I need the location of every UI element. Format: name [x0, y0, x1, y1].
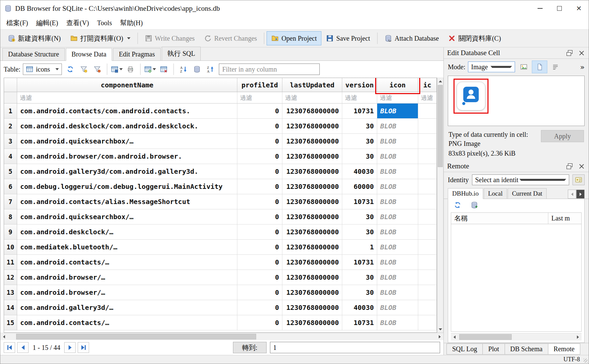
cell-version[interactable]: 30 [342, 270, 377, 285]
cell-componentName[interactable]: com.android.contacts/com.android.contact… [17, 104, 237, 119]
cell-componentName[interactable]: com.android.browser/com.android.browser. [17, 149, 237, 164]
table-row[interactable]: 9com.android.deskclock/…0123076800000030… [4, 225, 437, 240]
maximize-button[interactable] [550, 0, 569, 16]
filter-options-button[interactable] [91, 63, 103, 75]
cell-lastUpdated[interactable]: 1230768000000 [282, 255, 342, 270]
remote-column-last-modified[interactable]: Last m [548, 213, 581, 224]
table-row[interactable]: 1com.android.contacts/com.android.contac… [4, 104, 437, 119]
table-row[interactable]: 6com.debug.loggerui/com.debug.loggerui.M… [4, 179, 437, 194]
cell-componentName[interactable]: com.debug.loggerui/com.debug.loggerui.Ma… [17, 179, 237, 194]
cell-componentName[interactable]: com.android.quicksearchbox/… [17, 134, 237, 149]
cell-icon[interactable]: BLOB [377, 119, 418, 134]
remote-horizontal-scrollbar[interactable] [451, 333, 582, 340]
cell-lastUpdated[interactable]: 1230768000000 [282, 225, 342, 240]
identity-select[interactable]: Select an identity to conne [472, 174, 569, 185]
cell-profileId[interactable]: 0 [237, 240, 282, 255]
tab-database-structure[interactable]: Database Structure [2, 48, 65, 60]
cell-version[interactable]: 60000 [342, 179, 377, 194]
cell-partial[interactable] [418, 149, 437, 164]
cell-icon[interactable]: BLOB [377, 179, 418, 194]
dock-tab-db-schema[interactable]: DB Schema [505, 343, 548, 355]
cell-componentName[interactable]: com.android.gallery3d/… [17, 300, 237, 315]
menu-tools[interactable]: Tools [93, 18, 116, 28]
cell-profileId[interactable]: 0 [237, 209, 282, 225]
row-number[interactable]: 14 [4, 300, 17, 315]
row-number[interactable]: 15 [4, 315, 17, 330]
cell-partial[interactable] [418, 270, 437, 285]
revert-changes-button[interactable]: Revert Changes [199, 31, 262, 45]
cell-icon[interactable]: BLOB [377, 285, 418, 300]
resize-grip[interactable] [584, 359, 588, 363]
table-row[interactable]: 10com.mediatek.bluetooth/…01230768000000… [4, 240, 437, 255]
new-record-button[interactable] [144, 63, 156, 75]
row-number[interactable]: 10 [4, 240, 17, 255]
table-row[interactable]: 14com.android.gallery3d/…012307680000004… [4, 300, 437, 315]
remote-tab-current-database[interactable]: Current Dat [508, 188, 547, 199]
cell-version[interactable]: 30 [342, 119, 377, 134]
cell-icon[interactable]: BLOB [377, 240, 418, 255]
table-row[interactable]: 7com.android.contacts/alias.MessageShort… [4, 194, 437, 209]
tab-edit-pragmas[interactable]: Edit Pragmas [113, 48, 160, 60]
table-row[interactable]: 5com.android.gallery3d/com.android.galle… [4, 164, 437, 179]
cell-lastUpdated[interactable]: 1230768000000 [282, 194, 342, 209]
refresh-table-button[interactable] [64, 63, 76, 75]
table-row[interactable]: 3com.android.quicksearchbox/…01230768000… [4, 134, 437, 149]
cell-partial[interactable] [418, 225, 437, 240]
print-button[interactable] [124, 63, 136, 75]
cell-lastUpdated[interactable]: 1230768000000 [282, 240, 342, 255]
cell-version[interactable]: 30 [342, 225, 377, 240]
column-header-componentName[interactable]: componentName [17, 78, 237, 92]
column-filter-profileId[interactable]: 過濾 [237, 92, 282, 104]
mode-select[interactable]: Image [468, 62, 515, 72]
column-header-partial[interactable]: ic [418, 78, 437, 92]
horizontal-scroll-thumb[interactable] [16, 334, 256, 339]
cell-version[interactable]: 10731 [342, 315, 377, 330]
row-number[interactable]: 3 [4, 134, 17, 149]
cell-version[interactable]: 40030 [342, 300, 377, 315]
column-header-lastUpdated[interactable]: lastUpdated [282, 78, 342, 92]
table-row[interactable]: 15com.android.contacts/…0123076800000010… [4, 315, 437, 330]
cell-profileId[interactable]: 0 [237, 164, 282, 179]
cell-profileId[interactable]: 0 [237, 104, 282, 119]
cell-partial[interactable] [418, 300, 437, 315]
column-filter-partial[interactable]: 過濾 [418, 92, 437, 104]
cell-profileId[interactable]: 0 [237, 255, 282, 270]
next-page-button[interactable] [64, 342, 76, 353]
dock-tab-remote[interactable]: Remote [548, 343, 580, 355]
clone-database-button[interactable] [468, 199, 480, 211]
vertical-scroll-track[interactable] [437, 84, 443, 326]
cell-partial[interactable] [418, 179, 437, 194]
last-page-button[interactable] [78, 342, 89, 353]
column-filter-lastUpdated[interactable]: 過濾 [282, 92, 342, 104]
column-filter-version[interactable]: 過濾 [342, 92, 377, 104]
cell-lastUpdated[interactable]: 1230768000000 [282, 209, 342, 225]
remote-scroll-thumb[interactable] [459, 334, 511, 340]
filter-any-column-input[interactable] [219, 64, 320, 75]
binary-view-button[interactable] [532, 60, 547, 73]
minimize-button[interactable] [530, 0, 550, 16]
cell-partial[interactable] [418, 119, 437, 134]
column-header-profileId[interactable]: profileId [237, 78, 282, 92]
dropdown-arrow-icon[interactable] [119, 68, 123, 70]
cell-partial[interactable] [418, 255, 437, 270]
row-number[interactable]: 8 [4, 209, 17, 225]
remote-column-name[interactable]: 名稱 [451, 213, 548, 224]
cell-lastUpdated[interactable]: 1230768000000 [282, 300, 342, 315]
write-changes-button[interactable]: Write Changes [140, 31, 200, 45]
cell-version[interactable]: 30 [342, 134, 377, 149]
row-number[interactable]: 5 [4, 164, 17, 179]
grid-corner-cell[interactable] [4, 78, 17, 92]
cell-componentName[interactable]: com.mediatek.bluetooth/… [17, 240, 237, 255]
cell-lastUpdated[interactable]: 1230768000000 [282, 149, 342, 164]
horizontal-scrollbar[interactable] [0, 333, 443, 340]
close-button[interactable]: ✕ [569, 0, 589, 16]
image-mode-button[interactable] [518, 61, 530, 73]
float-panel-icon[interactable] [566, 49, 573, 57]
overflow-chevron-icon[interactable]: » [580, 63, 585, 71]
save-view-button[interactable] [111, 63, 123, 75]
open-project-button[interactable]: Open Project [267, 31, 321, 45]
database-cell-button[interactable] [191, 63, 203, 75]
cell-componentName[interactable]: com.android.contacts/… [17, 315, 237, 330]
cell-componentName[interactable]: com.android.quicksearchbox/… [17, 209, 237, 225]
table-row[interactable]: 11com.android.contacts/…0123076800000010… [4, 255, 437, 270]
